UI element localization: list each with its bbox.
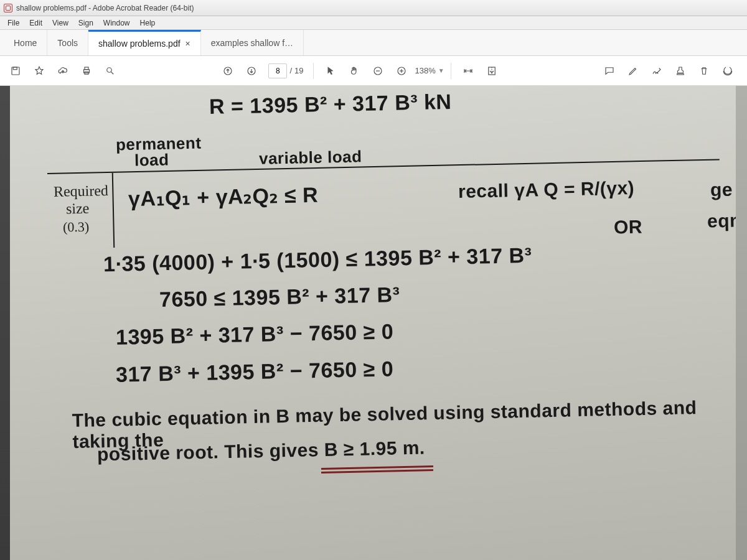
tab-doc-other-label: examples shallow f…: [211, 38, 293, 48]
pointer-icon[interactable]: [320, 60, 341, 82]
ge-fragment: ge: [710, 179, 733, 201]
menu-file[interactable]: File: [2, 19, 24, 27]
right-tools: [599, 60, 738, 82]
zoom-in-icon[interactable]: [391, 60, 412, 82]
menu-sign[interactable]: Sign: [73, 19, 98, 27]
label-variable-load: variable load: [259, 147, 362, 168]
menu-view[interactable]: View: [47, 19, 73, 27]
line4: 317 B³ + 1395 B² − 7650 ≥ 0: [116, 357, 394, 386]
search-icon[interactable]: [100, 60, 121, 82]
page-indicator: / 19: [268, 63, 303, 78]
svg-rect-1: [13, 67, 17, 70]
tab-home[interactable]: Home: [4, 30, 47, 55]
left-pane-strip[interactable]: [0, 86, 10, 560]
svg-point-5: [107, 67, 112, 72]
page-down-icon[interactable]: [241, 60, 262, 82]
label-load-top: load: [134, 150, 169, 170]
stamp-icon[interactable]: [670, 60, 691, 82]
content-area: R = 1395 B² + 317 B³ kN permanent load v…: [0, 86, 747, 560]
tab-row: Home Tools shallow problems.pdf × exampl…: [0, 30, 747, 56]
fit-width-icon[interactable]: [458, 60, 479, 82]
save-icon[interactable]: [5, 60, 26, 82]
zoom-level-label: 138%: [415, 66, 435, 75]
menu-bar: File Edit View Sign Window Help: [0, 16, 747, 30]
line1: 1·35 (4000) + 1·5 (1500) ≤ 1395 B² + 317…: [103, 243, 532, 276]
acrobat-icon: [4, 4, 12, 12]
svg-line-6: [111, 72, 114, 74]
line3: 1395 B² + 317 B³ − 7650 ≥ 0: [116, 319, 394, 349]
rule-vert: [112, 173, 115, 248]
printed-size: size: [66, 200, 90, 218]
page-total: 19: [294, 66, 303, 75]
line-req: γA₁Q₁ + γA₂Q₂ ≤ R: [128, 182, 319, 211]
delete-icon[interactable]: [693, 60, 715, 82]
chevron-down-icon: ▼: [438, 67, 444, 74]
page-up-icon[interactable]: [217, 60, 238, 82]
zoom-out-icon[interactable]: [367, 60, 388, 82]
print-icon[interactable]: [76, 60, 97, 82]
recall-or: OR: [614, 217, 643, 238]
underline-2: [321, 469, 433, 474]
title-bar: shallow problems.pdf - Adobe Acrobat Rea…: [0, 0, 747, 16]
window-title: shallow problems.pdf - Adobe Acrobat Rea…: [16, 4, 194, 12]
fit-page-icon[interactable]: [481, 60, 502, 82]
printed-03: (0.3): [63, 219, 90, 236]
eqn-fragment: eqn: [707, 210, 736, 231]
star-icon[interactable]: [29, 60, 50, 82]
toolbar-divider-2: [451, 63, 451, 79]
tab-doc-active[interactable]: shallow problems.pdf ×: [88, 30, 201, 55]
recall: recall γA Q = R/(γx): [458, 177, 635, 202]
menu-window[interactable]: Window: [98, 19, 135, 27]
tab-doc-other[interactable]: examples shallow f…: [201, 30, 304, 55]
printed-required: Required: [54, 182, 109, 200]
toolbar-divider: [313, 63, 314, 79]
hand-icon[interactable]: [344, 60, 365, 82]
close-icon[interactable]: ×: [186, 39, 190, 49]
toolbar: / 19 138% ▼: [0, 56, 747, 86]
line2: 7650 ≤ 1395 B² + 317 B³: [159, 282, 400, 312]
more-icon[interactable]: [717, 60, 738, 82]
sign-icon[interactable]: [646, 60, 667, 82]
right-edge: [736, 86, 747, 560]
tab-home-label: Home: [14, 38, 37, 48]
eq-r: R = 1395 B² + 317 B³ kN: [209, 90, 452, 119]
tab-doc-active-label: shallow problems.pdf: [98, 39, 181, 49]
comment-icon[interactable]: [599, 60, 620, 82]
menu-edit[interactable]: Edit: [24, 19, 47, 27]
menu-help[interactable]: Help: [135, 19, 161, 27]
page-input[interactable]: [268, 63, 287, 78]
pencil-icon[interactable]: [622, 60, 644, 82]
cloud-up-icon[interactable]: [52, 60, 73, 82]
tab-tools-label: Tools: [57, 38, 78, 48]
zoom-level[interactable]: 138% ▼: [415, 66, 444, 75]
page-sep: /: [289, 66, 292, 75]
tab-tools[interactable]: Tools: [47, 30, 88, 55]
svg-rect-3: [85, 67, 88, 70]
document-page[interactable]: R = 1395 B² + 317 B³ kN permanent load v…: [10, 86, 736, 560]
